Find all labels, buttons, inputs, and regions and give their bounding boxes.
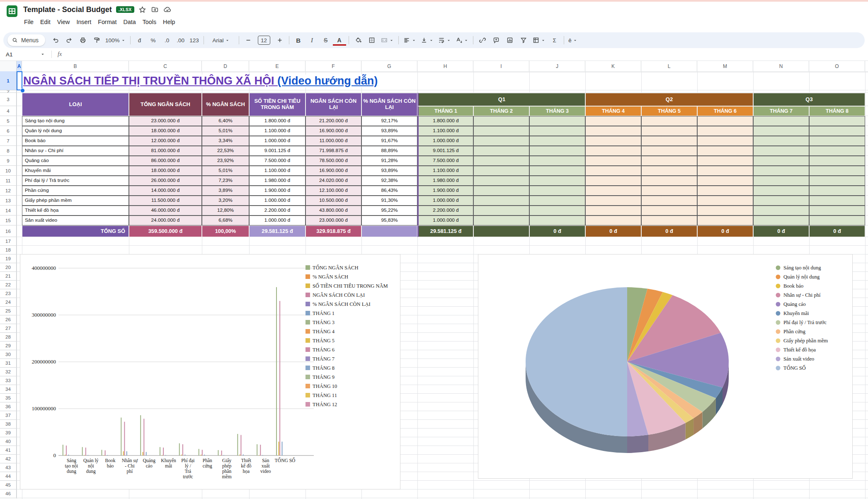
row-remaining[interactable]: 78.500.000 đ	[305, 156, 361, 166]
row-month-1[interactable]: 2.200.000 đ	[417, 206, 473, 216]
row-header-22[interactable]: 22	[0, 281, 17, 289]
total-remaining[interactable]: 329.918.875 đ	[305, 225, 361, 237]
doc-title[interactable]: Template - Social Budget	[23, 5, 112, 14]
row-pct-remaining[interactable]: 95,22%	[361, 206, 417, 216]
col-header-L[interactable]: L	[641, 61, 697, 71]
create-filter-button[interactable]	[517, 35, 530, 46]
insert-chart-button[interactable]	[503, 35, 516, 46]
row-spent-year[interactable]: 2.200.000 đ	[249, 206, 305, 216]
selection-handle[interactable]	[20, 88, 25, 93]
row-month-5[interactable]	[641, 136, 697, 146]
header-quarter-Q1[interactable]: Q1	[417, 93, 585, 106]
italic-button[interactable]: I	[305, 35, 319, 46]
row-header-24[interactable]: 24	[0, 298, 17, 307]
row-header-23[interactable]: 23	[0, 289, 17, 298]
row-header-29[interactable]: 29	[0, 342, 17, 350]
print-button[interactable]	[76, 35, 90, 46]
row-month-4[interactable]	[585, 196, 641, 206]
table-views-button[interactable]	[531, 35, 548, 46]
row-month-2[interactable]	[473, 196, 529, 206]
header-month-3[interactable]: THÁNG 3	[529, 106, 585, 116]
row-month-3[interactable]	[529, 196, 585, 206]
row-month-7[interactable]	[753, 186, 809, 196]
format-percent-button[interactable]: %	[147, 35, 160, 46]
row-month-1[interactable]: 9.001.125 đ	[417, 146, 473, 156]
total-month-7[interactable]: 0 đ	[753, 225, 809, 237]
row-month-6[interactable]	[697, 176, 753, 186]
row-total-budget[interactable]: 24.000.000 đ	[129, 216, 202, 225]
merge-cells-button[interactable]	[379, 35, 396, 46]
menu-insert[interactable]: Insert	[73, 17, 95, 27]
row-month-4[interactable]	[585, 156, 641, 166]
row-month-2[interactable]	[473, 156, 529, 166]
horizontal-align-button[interactable]	[401, 35, 418, 46]
decrease-font-size-button[interactable]	[242, 35, 255, 46]
row-month-5[interactable]	[641, 216, 697, 225]
row-month-5[interactable]	[641, 176, 697, 186]
row-header-15[interactable]: 15	[0, 216, 17, 225]
row-month-3[interactable]	[529, 126, 585, 136]
row-month-7[interactable]	[753, 176, 809, 186]
selection-a1[interactable]	[17, 71, 22, 90]
row-total-budget[interactable]: 18.000.000 đ	[129, 126, 202, 136]
insert-link-button[interactable]	[476, 35, 489, 46]
row-header-40[interactable]: 40	[0, 437, 17, 446]
row-month-3[interactable]	[529, 186, 585, 196]
row-pct-remaining[interactable]: 93,89%	[361, 126, 417, 136]
strikethrough-button[interactable]: S	[319, 35, 332, 46]
row-header-7[interactable]: 7	[0, 136, 17, 146]
row-month-4[interactable]	[585, 146, 641, 156]
total-pct-budget[interactable]: 100,00%	[202, 225, 249, 237]
row-month-4[interactable]	[585, 186, 641, 196]
paint-format-button[interactable]	[90, 35, 103, 46]
row-header-45[interactable]: 45	[0, 481, 17, 489]
row-month-8[interactable]	[809, 146, 865, 156]
borders-button[interactable]	[365, 35, 378, 46]
row-header-34[interactable]: 34	[0, 385, 17, 394]
row-header-31[interactable]: 31	[0, 359, 17, 368]
col-header-N[interactable]: N	[753, 61, 809, 71]
row-month-1[interactable]: 1.000.000 đ	[417, 216, 473, 225]
row-category[interactable]: Phần cứng	[22, 186, 129, 196]
row-header-44[interactable]: 44	[0, 472, 17, 481]
total-month-4[interactable]: 0 đ	[585, 225, 641, 237]
row-remaining[interactable]: 16.900.000 đ	[305, 166, 361, 176]
row-pct-budget[interactable]: 6,40%	[202, 116, 249, 126]
total-pct-remaining[interactable]	[361, 225, 417, 237]
row-pct-remaining[interactable]: 91,67%	[361, 136, 417, 146]
row-month-8[interactable]	[809, 186, 865, 196]
row-month-2[interactable]	[473, 166, 529, 176]
row-month-8[interactable]	[809, 216, 865, 225]
row-month-4[interactable]	[585, 126, 641, 136]
header-quarter-Q2[interactable]: Q2	[585, 93, 753, 106]
row-header-46[interactable]: 46	[0, 489, 17, 498]
row-header-11[interactable]: 11	[0, 176, 17, 186]
row-header-8[interactable]: 8	[0, 146, 17, 156]
total-month-5[interactable]: 0 đ	[641, 225, 697, 237]
text-rotation-button[interactable]	[453, 35, 470, 46]
row-header-42[interactable]: 42	[0, 455, 17, 463]
row-header-32[interactable]: 32	[0, 368, 17, 376]
row-total-budget[interactable]: 23.000.000 đ	[129, 116, 202, 126]
row-header-14[interactable]: 14	[0, 206, 17, 216]
undo-button[interactable]	[49, 35, 62, 46]
row-month-3[interactable]	[529, 156, 585, 166]
font-family-button[interactable]: Arial	[206, 35, 236, 46]
header-pct-budget[interactable]: % NGÂN SÁCH	[202, 93, 249, 116]
row-month-6[interactable]	[697, 196, 753, 206]
row-remaining[interactable]: 10.500.000 đ	[305, 196, 361, 206]
row-month-3[interactable]	[529, 216, 585, 225]
fill-color-button[interactable]	[352, 35, 365, 46]
row-remaining[interactable]: 71.998.875 đ	[305, 146, 361, 156]
row-header-41[interactable]: 41	[0, 446, 17, 455]
row-total-budget[interactable]: 14.000.000 đ	[129, 186, 202, 196]
insert-comment-button[interactable]	[490, 35, 503, 46]
input-tools-button[interactable]: ê	[567, 35, 580, 46]
row-header-38[interactable]: 38	[0, 420, 17, 429]
row-header-43[interactable]: 43	[0, 463, 17, 472]
row-pct-budget[interactable]: 3,34%	[202, 136, 249, 146]
row-remaining[interactable]: 24.020.000 đ	[305, 176, 361, 186]
col-header-M[interactable]: M	[697, 61, 753, 71]
row-header-18[interactable]: 18	[0, 246, 17, 254]
row-pct-budget[interactable]: 22,53%	[202, 146, 249, 156]
